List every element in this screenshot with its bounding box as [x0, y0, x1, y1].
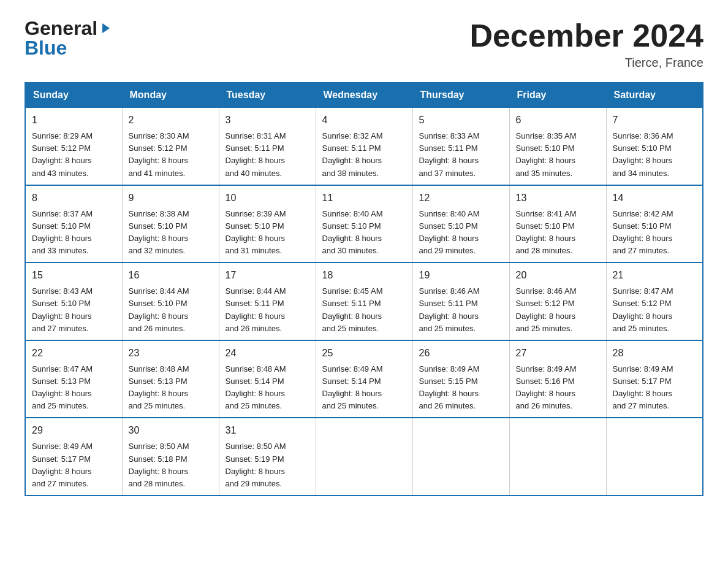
day-number: 5 — [419, 113, 503, 128]
day-info: Sunrise: 8:33 AM Sunset: 5:11 PM Dayligh… — [419, 131, 480, 177]
calendar-cell: 6 Sunrise: 8:35 AM Sunset: 5:10 PM Dayli… — [509, 107, 606, 185]
calendar-cell: 25 Sunrise: 8:49 AM Sunset: 5:14 PM Dayl… — [316, 340, 412, 418]
day-info: Sunrise: 8:40 AM Sunset: 5:10 PM Dayligh… — [419, 209, 480, 255]
day-info: Sunrise: 8:44 AM Sunset: 5:11 PM Dayligh… — [226, 286, 286, 332]
calendar-cell: 19 Sunrise: 8:46 AM Sunset: 5:11 PM Dayl… — [412, 262, 509, 340]
logo-blue-text: Blue — [25, 38, 112, 58]
day-info: Sunrise: 8:35 AM Sunset: 5:10 PM Dayligh… — [516, 131, 577, 177]
logo: General Blue — [25, 18, 112, 58]
location-text: Tierce, France — [469, 56, 703, 70]
day-number: 26 — [419, 346, 503, 361]
calendar-cell: 9 Sunrise: 8:38 AM Sunset: 5:10 PM Dayli… — [122, 185, 219, 263]
col-saturday: Saturday — [606, 83, 703, 107]
day-number: 11 — [322, 191, 406, 205]
day-number: 4 — [322, 113, 406, 128]
day-info: Sunrise: 8:32 AM Sunset: 5:11 PM Dayligh… — [322, 131, 383, 177]
calendar-week-row: 15 Sunrise: 8:43 AM Sunset: 5:10 PM Dayl… — [25, 262, 703, 340]
day-number: 10 — [226, 191, 309, 205]
calendar-cell: 30 Sunrise: 8:50 AM Sunset: 5:18 PM Dayl… — [122, 418, 219, 496]
day-number: 20 — [516, 268, 600, 283]
day-number: 28 — [613, 346, 697, 361]
day-info: Sunrise: 8:47 AM Sunset: 5:12 PM Dayligh… — [613, 286, 673, 332]
day-number: 24 — [226, 346, 309, 361]
day-info: Sunrise: 8:36 AM Sunset: 5:10 PM Dayligh… — [613, 131, 673, 177]
calendar-cell: 8 Sunrise: 8:37 AM Sunset: 5:10 PM Dayli… — [25, 185, 122, 263]
title-section: December 2024 Tierce, France — [469, 18, 703, 70]
calendar-cell: 2 Sunrise: 8:30 AM Sunset: 5:12 PM Dayli… — [122, 107, 219, 185]
day-info: Sunrise: 8:41 AM Sunset: 5:10 PM Dayligh… — [516, 209, 577, 255]
calendar-cell: 31 Sunrise: 8:50 AM Sunset: 5:19 PM Dayl… — [219, 418, 316, 496]
day-info: Sunrise: 8:29 AM Sunset: 5:12 PM Dayligh… — [32, 131, 93, 177]
day-number: 8 — [32, 191, 116, 205]
day-info: Sunrise: 8:44 AM Sunset: 5:10 PM Dayligh… — [129, 286, 189, 332]
calendar-cell — [412, 418, 509, 496]
calendar-cell: 13 Sunrise: 8:41 AM Sunset: 5:10 PM Dayl… — [509, 185, 606, 263]
col-friday: Friday — [509, 83, 606, 107]
day-info: Sunrise: 8:47 AM Sunset: 5:13 PM Dayligh… — [32, 364, 93, 410]
day-number: 2 — [129, 113, 213, 128]
day-info: Sunrise: 8:49 AM Sunset: 5:16 PM Dayligh… — [516, 364, 577, 410]
svg-marker-0 — [102, 23, 110, 33]
calendar-cell: 23 Sunrise: 8:48 AM Sunset: 5:13 PM Dayl… — [122, 340, 219, 418]
col-sunday: Sunday — [25, 83, 122, 107]
day-info: Sunrise: 8:38 AM Sunset: 5:10 PM Dayligh… — [129, 209, 189, 255]
calendar-week-row: 29 Sunrise: 8:49 AM Sunset: 5:17 PM Dayl… — [25, 418, 703, 496]
day-info: Sunrise: 8:50 AM Sunset: 5:19 PM Dayligh… — [226, 442, 286, 488]
calendar-cell: 16 Sunrise: 8:44 AM Sunset: 5:10 PM Dayl… — [122, 262, 219, 340]
calendar-week-row: 1 Sunrise: 8:29 AM Sunset: 5:12 PM Dayli… — [25, 107, 703, 185]
calendar-cell: 3 Sunrise: 8:31 AM Sunset: 5:11 PM Dayli… — [219, 107, 316, 185]
day-number: 1 — [32, 113, 116, 128]
calendar-cell: 26 Sunrise: 8:49 AM Sunset: 5:15 PM Dayl… — [412, 340, 509, 418]
day-number: 19 — [419, 268, 503, 283]
col-thursday: Thursday — [412, 83, 509, 107]
day-number: 25 — [322, 346, 406, 361]
day-info: Sunrise: 8:43 AM Sunset: 5:10 PM Dayligh… — [32, 286, 93, 332]
day-number: 31 — [226, 423, 309, 438]
calendar-header-row: Sunday Monday Tuesday Wednesday Thursday… — [25, 83, 703, 107]
day-info: Sunrise: 8:49 AM Sunset: 5:14 PM Dayligh… — [322, 364, 383, 410]
calendar-cell: 28 Sunrise: 8:49 AM Sunset: 5:17 PM Dayl… — [606, 340, 703, 418]
day-info: Sunrise: 8:42 AM Sunset: 5:10 PM Dayligh… — [613, 209, 673, 255]
day-number: 7 — [613, 113, 697, 128]
calendar-cell: 29 Sunrise: 8:49 AM Sunset: 5:17 PM Dayl… — [25, 418, 122, 496]
day-info: Sunrise: 8:45 AM Sunset: 5:11 PM Dayligh… — [322, 286, 383, 332]
day-info: Sunrise: 8:50 AM Sunset: 5:18 PM Dayligh… — [129, 442, 189, 488]
day-info: Sunrise: 8:31 AM Sunset: 5:11 PM Dayligh… — [226, 131, 286, 177]
day-number: 21 — [613, 268, 697, 283]
calendar-cell: 20 Sunrise: 8:46 AM Sunset: 5:12 PM Dayl… — [509, 262, 606, 340]
calendar-week-row: 8 Sunrise: 8:37 AM Sunset: 5:10 PM Dayli… — [25, 185, 703, 263]
day-number: 17 — [226, 268, 309, 283]
day-info: Sunrise: 8:37 AM Sunset: 5:10 PM Dayligh… — [32, 209, 93, 255]
calendar-cell: 22 Sunrise: 8:47 AM Sunset: 5:13 PM Dayl… — [25, 340, 122, 418]
col-tuesday: Tuesday — [219, 83, 316, 107]
day-number: 14 — [613, 191, 697, 205]
day-number: 29 — [32, 423, 116, 438]
day-number: 15 — [32, 268, 116, 283]
calendar-cell: 14 Sunrise: 8:42 AM Sunset: 5:10 PM Dayl… — [606, 185, 703, 263]
day-number: 22 — [32, 346, 116, 361]
col-monday: Monday — [122, 83, 219, 107]
day-info: Sunrise: 8:48 AM Sunset: 5:14 PM Dayligh… — [226, 364, 286, 410]
day-number: 18 — [322, 268, 406, 283]
day-number: 16 — [129, 268, 213, 283]
day-info: Sunrise: 8:39 AM Sunset: 5:10 PM Dayligh… — [226, 209, 286, 255]
calendar-cell: 24 Sunrise: 8:48 AM Sunset: 5:14 PM Dayl… — [219, 340, 316, 418]
page-header: General Blue December 2024 Tierce, Franc… — [25, 18, 703, 70]
day-info: Sunrise: 8:30 AM Sunset: 5:12 PM Dayligh… — [129, 131, 189, 177]
calendar-cell: 27 Sunrise: 8:49 AM Sunset: 5:16 PM Dayl… — [509, 340, 606, 418]
day-number: 27 — [516, 346, 600, 361]
calendar-cell: 4 Sunrise: 8:32 AM Sunset: 5:11 PM Dayli… — [316, 107, 412, 185]
month-title: December 2024 — [469, 18, 703, 53]
calendar-cell: 7 Sunrise: 8:36 AM Sunset: 5:10 PM Dayli… — [606, 107, 703, 185]
day-number: 12 — [419, 191, 503, 205]
day-info: Sunrise: 8:46 AM Sunset: 5:11 PM Dayligh… — [419, 286, 480, 332]
day-info: Sunrise: 8:40 AM Sunset: 5:10 PM Dayligh… — [322, 209, 383, 255]
calendar-cell: 5 Sunrise: 8:33 AM Sunset: 5:11 PM Dayli… — [412, 107, 509, 185]
day-number: 3 — [226, 113, 309, 128]
day-number: 6 — [516, 113, 600, 128]
calendar-week-row: 22 Sunrise: 8:47 AM Sunset: 5:13 PM Dayl… — [25, 340, 703, 418]
calendar-cell: 1 Sunrise: 8:29 AM Sunset: 5:12 PM Dayli… — [25, 107, 122, 185]
logo-arrow-icon — [100, 22, 112, 36]
col-wednesday: Wednesday — [316, 83, 412, 107]
logo-general-text: General — [25, 18, 97, 38]
